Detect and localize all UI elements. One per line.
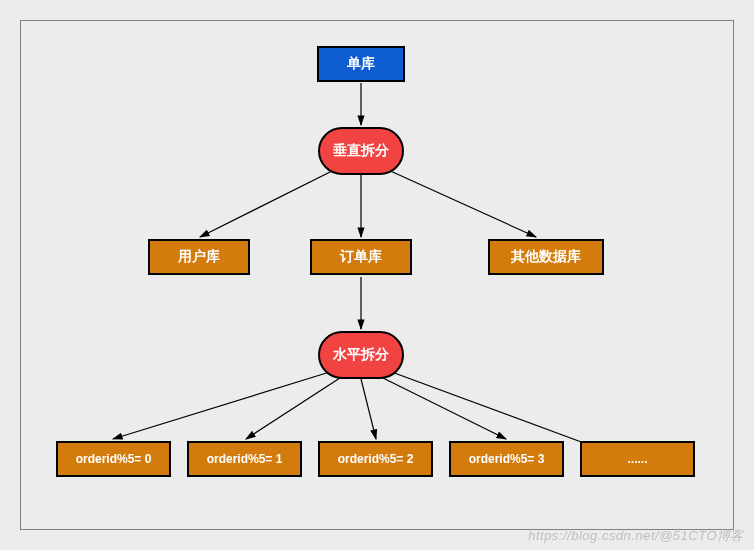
node-other-db: 其他数据库: [488, 239, 604, 275]
node-horizontal-split: 水平拆分: [318, 331, 404, 379]
node-order-db: 订单库: [310, 239, 412, 275]
node-shard-1: orderid%5= 1: [187, 441, 302, 477]
node-label: 垂直拆分: [333, 142, 389, 160]
node-shard-2: orderid%5= 2: [318, 441, 433, 477]
node-label: orderid%5= 2: [338, 452, 414, 466]
node-label: ......: [627, 452, 647, 466]
node-shard-0: orderid%5= 0: [56, 441, 171, 477]
node-shard-3: orderid%5= 3: [449, 441, 564, 477]
node-label: orderid%5= 1: [207, 452, 283, 466]
node-label: orderid%5= 0: [76, 452, 152, 466]
node-label: 水平拆分: [333, 346, 389, 364]
svg-line-5: [113, 371, 333, 439]
node-shard-ellipsis: ......: [580, 441, 695, 477]
node-label: orderid%5= 3: [469, 452, 545, 466]
svg-line-3: [386, 169, 536, 237]
node-vertical-split: 垂直拆分: [318, 127, 404, 175]
node-label: 其他数据库: [511, 248, 581, 266]
node-user-db: 用户库: [148, 239, 250, 275]
node-label: 订单库: [340, 248, 382, 266]
svg-line-1: [200, 169, 336, 237]
svg-line-7: [361, 379, 376, 439]
svg-line-6: [246, 376, 343, 439]
diagram-frame: 单库 垂直拆分 用户库 订单库 其他数据库 水平拆分 orderid%5= 0 …: [20, 20, 734, 530]
node-label: 用户库: [178, 248, 220, 266]
watermark-text: https://blog.csdn.net/@51CTO博客: [528, 527, 744, 545]
node-label: 单库: [347, 55, 375, 73]
node-single-db: 单库: [317, 46, 405, 82]
